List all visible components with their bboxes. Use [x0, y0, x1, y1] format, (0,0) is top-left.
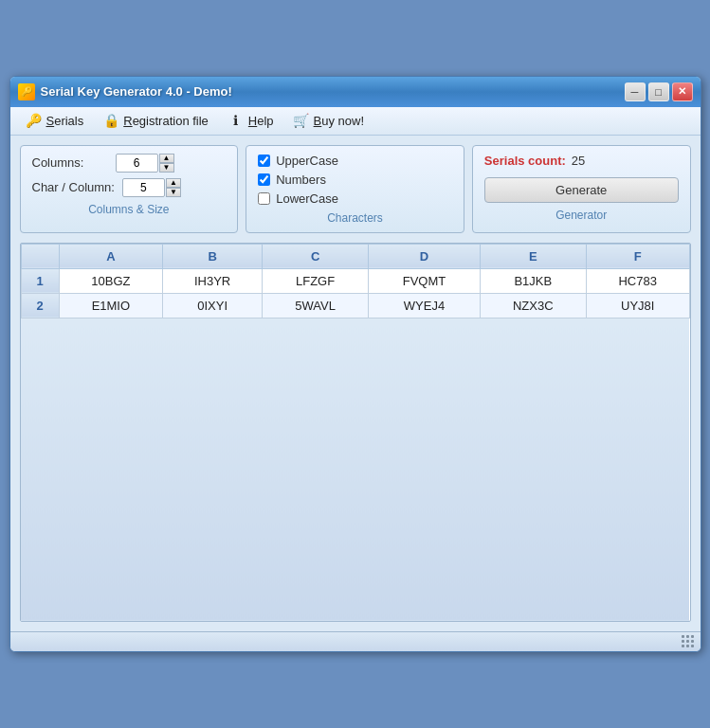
title-bar: 🔑 Serial Key Generator 4.0 - Demo! ─ □ ✕: [10, 77, 701, 107]
menu-registration[interactable]: 🔒 Registration file: [95, 110, 216, 131]
resize-handle[interactable]: [682, 635, 695, 648]
char-column-input[interactable]: [122, 178, 165, 197]
close-button[interactable]: ✕: [672, 82, 693, 101]
menu-buy[interactable]: 🛒 Buy now!: [285, 110, 372, 131]
title-bar-left: 🔑 Serial Key Generator 4.0 - Demo!: [18, 83, 232, 100]
row2-col-a: E1MIO: [59, 293, 163, 318]
row2-col-c: 5WAVL: [262, 293, 368, 318]
resize-dot: [682, 635, 684, 638]
char-column-up-btn[interactable]: ▲: [166, 178, 181, 188]
characters-section: UpperCase Numbers LowerCase Characters: [246, 145, 464, 233]
main-content: Columns: ▲ ▼ Char / Column: ▲: [10, 136, 701, 632]
characters-section-label: Characters: [258, 211, 452, 225]
columns-spinner: ▲ ▼: [159, 154, 174, 173]
columns-input-wrap: ▲ ▼: [116, 154, 174, 173]
title-buttons: ─ □ ✕: [625, 82, 693, 101]
row1-col-a: 10BGZ: [59, 268, 163, 293]
generator-section-label: Generator: [484, 209, 679, 222]
char-column-spinner: ▲ ▼: [166, 178, 181, 197]
menu-help-label: Help: [248, 114, 274, 128]
resize-dot: [682, 645, 684, 647]
controls-panel: Columns: ▲ ▼ Char / Column: ▲: [20, 145, 691, 233]
table-header: A B C D E F: [21, 244, 689, 268]
columns-down-btn[interactable]: ▼: [159, 163, 174, 173]
char-column-row: Char / Column: ▲ ▼: [32, 178, 227, 197]
header-col-a: A: [59, 244, 163, 268]
table-row-empty: [21, 318, 689, 621]
columns-up-btn[interactable]: ▲: [159, 154, 174, 163]
lowercase-checkbox[interactable]: [258, 192, 270, 205]
resize-dot: [691, 645, 694, 647]
numbers-label: Numbers: [276, 173, 326, 187]
main-window: 🔑 Serial Key Generator 4.0 - Demo! ─ □ ✕…: [9, 76, 701, 653]
row-num-1: 1: [21, 268, 59, 293]
registration-icon: 🔒: [102, 112, 119, 129]
window-title: Serial Key Generator 4.0 - Demo!: [41, 84, 232, 99]
row1-col-c: LFZGF: [262, 268, 368, 293]
menu-serials[interactable]: 🔑 Serials: [18, 110, 92, 131]
row2-col-f: UYJ8I: [586, 293, 689, 318]
columns-input[interactable]: [116, 154, 158, 173]
row2-col-e: NZX3C: [480, 293, 586, 318]
numbers-row: Numbers: [258, 173, 452, 187]
help-icon: ℹ: [228, 112, 245, 129]
status-bar: [10, 631, 701, 651]
menu-help[interactable]: ℹ Help: [220, 110, 282, 131]
app-icon: 🔑: [18, 83, 35, 100]
lowercase-label: LowerCase: [276, 191, 338, 206]
header-empty: [21, 244, 59, 268]
resize-dot: [686, 640, 689, 643]
char-column-down-btn[interactable]: ▼: [166, 188, 181, 197]
resize-dot: [686, 645, 689, 647]
row1-col-e: B1JKB: [480, 268, 586, 293]
resize-dot: [686, 635, 689, 638]
serials-count-value: 25: [572, 154, 585, 168]
buy-icon: 🛒: [293, 112, 310, 129]
header-col-f: F: [586, 244, 689, 268]
maximize-button[interactable]: □: [648, 82, 669, 101]
uppercase-row: UpperCase: [258, 154, 452, 168]
serials-count-label: Serials count:: [484, 154, 566, 168]
menu-serials-label: Serials: [46, 114, 84, 128]
columns-section: Columns: ▲ ▼ Char / Column: ▲: [20, 145, 239, 233]
row2-col-d: WYEJ4: [369, 293, 480, 318]
char-column-input-wrap: ▲ ▼: [122, 178, 181, 197]
row1-col-b: IH3YR: [163, 268, 263, 293]
columns-label: Columns:: [32, 155, 108, 170]
char-column-label: Char / Column:: [32, 180, 115, 194]
menu-buy-label: Buy now!: [314, 114, 364, 128]
table-row: 1 10BGZ IH3YR LFZGF FVQMT B1JKB HC783: [21, 268, 689, 293]
row1-col-d: FVQMT: [369, 268, 480, 293]
row2-col-b: 0IXYI: [163, 293, 263, 318]
table-container: A B C D E F 1 10BGZ IH3YR LFZGF FVQMT: [20, 243, 691, 623]
header-row: A B C D E F: [21, 244, 689, 268]
generator-section: Serials count: 25 Generate Generator: [472, 145, 691, 233]
header-col-b: B: [163, 244, 263, 268]
columns-row: Columns: ▲ ▼: [32, 154, 227, 173]
generate-button[interactable]: Generate: [484, 177, 679, 203]
resize-dot: [691, 635, 694, 638]
resize-dot: [691, 640, 694, 643]
serials-count-row: Serials count: 25: [484, 154, 679, 168]
table-row: 2 E1MIO 0IXYI 5WAVL WYEJ4 NZX3C UYJ8I: [21, 293, 689, 318]
header-col-c: C: [262, 244, 368, 268]
numbers-checkbox[interactable]: [258, 173, 270, 186]
uppercase-checkbox[interactable]: [258, 155, 270, 167]
menu-registration-label: Registration file: [123, 114, 209, 128]
resize-dot: [682, 640, 684, 643]
header-col-e: E: [480, 244, 586, 268]
uppercase-label: UpperCase: [276, 154, 338, 168]
serials-icon: 🔑: [26, 112, 43, 129]
lowercase-row: LowerCase: [258, 191, 452, 206]
columns-section-label: Columns & Size: [32, 203, 227, 216]
serials-table: A B C D E F 1 10BGZ IH3YR LFZGF FVQMT: [21, 244, 690, 622]
row1-col-f: HC783: [586, 268, 689, 293]
menu-bar: 🔑 Serials 🔒 Registration file ℹ Help 🛒 B…: [10, 107, 701, 136]
row-num-2: 2: [21, 293, 59, 318]
minimize-button[interactable]: ─: [625, 82, 646, 101]
table-body: 1 10BGZ IH3YR LFZGF FVQMT B1JKB HC783 2 …: [21, 268, 689, 621]
header-col-d: D: [369, 244, 480, 268]
